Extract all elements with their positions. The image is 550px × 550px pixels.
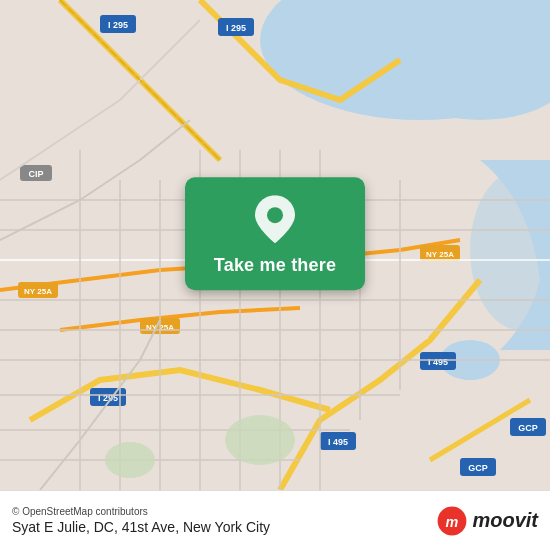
- green-card: Take me there: [185, 177, 365, 290]
- svg-text:NY 25A: NY 25A: [24, 287, 52, 296]
- svg-text:GCP: GCP: [468, 463, 488, 473]
- location-pin-icon: [255, 195, 295, 243]
- svg-text:I 295: I 295: [108, 20, 128, 30]
- svg-text:I 295: I 295: [226, 23, 246, 33]
- svg-text:I 495: I 495: [428, 357, 448, 367]
- svg-point-50: [225, 415, 295, 465]
- button-overlay: Take me there: [185, 177, 365, 290]
- svg-point-52: [267, 207, 283, 223]
- svg-text:NY 25A: NY 25A: [426, 250, 454, 259]
- bottom-left: © OpenStreetMap contributors Syat E Juli…: [12, 506, 270, 535]
- svg-text:m: m: [446, 513, 459, 529]
- moovit-logo: m moovit: [436, 505, 538, 537]
- svg-text:CIP: CIP: [28, 169, 43, 179]
- moovit-logo-icon: m: [436, 505, 468, 537]
- svg-rect-3: [350, 0, 550, 100]
- location-icon-wrap: [255, 195, 295, 247]
- address-text: Syat E Julie, DC, 41st Ave, New York Cit…: [12, 519, 270, 535]
- map-view: I 295 I 295 I 295 I 495 I 495 GCP GCP NY…: [0, 0, 550, 490]
- copyright-text: © OpenStreetMap contributors: [12, 506, 270, 517]
- svg-point-51: [105, 442, 155, 478]
- svg-text:I 495: I 495: [328, 437, 348, 447]
- svg-text:GCP: GCP: [518, 423, 538, 433]
- moovit-brand-text: moovit: [472, 509, 538, 532]
- take-me-there-button[interactable]: Take me there: [214, 255, 336, 276]
- bottom-bar: © OpenStreetMap contributors Syat E Juli…: [0, 490, 550, 550]
